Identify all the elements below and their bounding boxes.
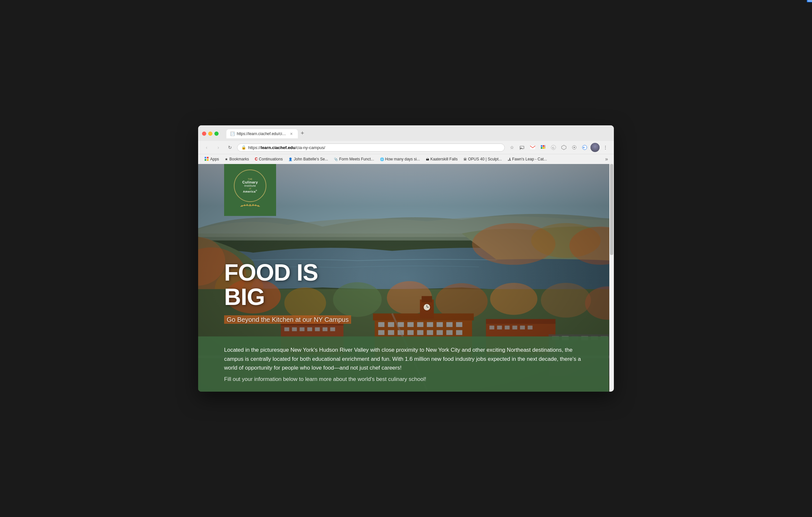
tab-title: https://learn.ciachef.edu/cia-n... <box>237 132 287 136</box>
cia-logo-the: THE <box>248 178 252 180</box>
minimize-button[interactable] <box>208 132 212 136</box>
svg-rect-21 <box>205 159 206 161</box>
cia-logo-institute: Institute <box>244 184 256 188</box>
svg-rect-7 <box>541 147 543 149</box>
bookmarks-bar: Apps ★ Bookmarks C Continuations 👤 John … <box>198 154 614 164</box>
tab-close-button[interactable]: × <box>289 131 294 136</box>
bookmark-continuations[interactable]: C Continuations <box>252 156 285 162</box>
svg-point-94 <box>252 204 254 206</box>
apps-grid-button[interactable] <box>539 143 548 152</box>
hero-subtext: Go Beyond the Kitchen at our NY Campus <box>224 316 351 323</box>
chrome-menu-button[interactable]: ⋮ <box>601 143 610 152</box>
svg-point-95 <box>255 204 257 206</box>
svg-rect-11 <box>545 147 545 148</box>
svg-rect-10 <box>545 146 545 147</box>
svg-point-93 <box>250 204 251 206</box>
content-area: THE Culinary Institute of America® <box>198 164 614 392</box>
bookmark-kaaterskill-label: Kaaterskill Falls <box>430 157 458 162</box>
address-bar: ‹ › ↻ 🔒 https://learn.ciachef.edu/cia-ny… <box>198 141 614 154</box>
page-content: THE Culinary Institute of America® <box>198 164 614 392</box>
bookmark-bookmarks-label: Bookmarks <box>229 157 249 162</box>
bookmarks-more-button[interactable]: » <box>603 155 610 163</box>
svg-rect-4 <box>530 145 535 149</box>
svg-point-90 <box>241 205 243 206</box>
bookmark-fawns-leap-label: Fawn's Leap - Cat... <box>512 157 547 162</box>
bookmark-how-many-days-label: How many days si... <box>385 157 420 162</box>
bookmark-john-battelle[interactable]: 👤 John Battelle's Se... <box>286 156 331 162</box>
cia-logo: THE Culinary Institute of America® <box>234 170 266 211</box>
svg-rect-22 <box>207 159 208 161</box>
svg-point-92 <box>246 204 248 206</box>
title-bar: 📄 https://learn.ciachef.edu/cia-n... × + <box>198 125 614 141</box>
tab-bar: 📄 https://learn.ciachef.edu/cia-n... × + <box>226 128 610 138</box>
svg-point-91 <box>244 204 245 206</box>
close-button[interactable] <box>202 132 206 136</box>
svg-rect-5 <box>541 145 543 147</box>
bookmark-opus40-label: OPUS 40 | Sculpt... <box>468 157 502 162</box>
apps-bookmark-icon <box>205 157 209 162</box>
bookmark-star-button[interactable]: ☆ <box>508 143 516 152</box>
gmail-icon-button[interactable] <box>528 143 537 152</box>
bookmark-apps-label: Apps <box>210 157 219 162</box>
svg-point-96 <box>258 205 259 206</box>
headline-line1: FOOD IS <box>224 260 351 285</box>
cast-button[interactable] <box>518 143 527 152</box>
scrollbar[interactable] <box>609 164 614 392</box>
new-tab-button[interactable]: + <box>298 128 307 138</box>
svg-rect-12 <box>545 148 545 149</box>
svg-text:G: G <box>552 146 555 149</box>
svg-rect-9 <box>545 145 545 146</box>
reload-button[interactable]: ↻ <box>225 143 234 152</box>
extension3-button[interactable] <box>570 143 579 152</box>
bookmark-form-meets-label: Form Meets Funct... <box>339 157 374 162</box>
how-many-days-icon: 🌐 <box>380 157 384 161</box>
continuations-icon: C <box>255 157 258 162</box>
cia-logo-box: THE Culinary Institute of America® <box>224 164 276 216</box>
opus40-icon: 🏛 <box>463 157 467 161</box>
hero-subtext-highlight: Go Beyond the Kitchen at our NY Campus <box>224 315 351 324</box>
url-text: https://learn.ciachef.edu/cia-ny-campus/ <box>248 145 500 150</box>
svg-point-3 <box>520 149 521 150</box>
bookmark-how-many-days[interactable]: 🌐 How many days si... <box>377 156 423 162</box>
maximize-button[interactable] <box>214 132 219 136</box>
bookmark-john-battelle-label: John Battelle's Se... <box>294 157 328 162</box>
back-icon: ‹ <box>206 145 207 150</box>
hero-headline: FOOD IS BIG <box>224 260 351 310</box>
bookmark-opus40[interactable]: 🏛 OPUS 40 | Sculpt... <box>461 156 504 162</box>
tab-favicon: 📄 <box>230 132 235 136</box>
svg-rect-8 <box>543 147 544 149</box>
svg-text:📄: 📄 <box>231 132 234 136</box>
info-box: Located in the picturesque New York's Hu… <box>198 337 609 392</box>
scrollbar-thumb[interactable] <box>610 164 613 255</box>
svg-point-16 <box>574 147 575 148</box>
svg-rect-6 <box>543 145 544 147</box>
active-tab[interactable]: 📄 https://learn.ciachef.edu/cia-n... × <box>226 129 298 138</box>
toolbar-icons: ☆ <box>508 143 610 152</box>
extension2-button[interactable] <box>559 143 569 152</box>
bookmark-apps[interactable]: Apps <box>202 156 222 162</box>
back-button[interactable]: ‹ <box>202 143 211 152</box>
url-prefix: https:// <box>248 145 261 150</box>
url-domain: learn.ciachef.edu <box>261 145 295 150</box>
extension4-button[interactable]: + new <box>580 143 589 152</box>
url-bar[interactable]: 🔒 https://learn.ciachef.edu/cia-ny-campu… <box>237 144 505 152</box>
reload-icon: ↻ <box>228 145 232 150</box>
hero-text-area: FOOD IS BIG Go Beyond the Kitchen at our… <box>224 260 351 323</box>
bookmark-form-meets[interactable]: 📎 Form Meets Funct... <box>331 156 376 162</box>
bookmark-fawns-leap[interactable]: 🏞 Fawn's Leap - Cat... <box>505 156 550 162</box>
kaaterskill-icon: 🏔 <box>426 157 429 161</box>
cia-logo-circle: THE Culinary Institute of America® <box>234 170 266 202</box>
bookmark-bookmarks[interactable]: ★ Bookmarks <box>222 156 252 162</box>
browser-window: 📄 https://learn.ciachef.edu/cia-n... × +… <box>198 125 614 392</box>
extension1-button[interactable]: G <box>549 143 558 152</box>
cia-logo-culinary: Culinary <box>242 180 258 184</box>
headline-line2: BIG <box>224 285 351 310</box>
bookmark-continuations-label: Continuations <box>259 157 283 162</box>
svg-text:+: + <box>583 146 585 149</box>
profile-avatar[interactable] <box>590 143 600 152</box>
svg-rect-19 <box>205 157 206 159</box>
bookmark-kaaterskill[interactable]: 🏔 Kaaterskill Falls <box>423 156 460 162</box>
cia-logo-america: America® <box>243 190 257 193</box>
url-path: /cia-ny-campus/ <box>295 145 325 150</box>
forward-button[interactable]: › <box>214 143 223 152</box>
